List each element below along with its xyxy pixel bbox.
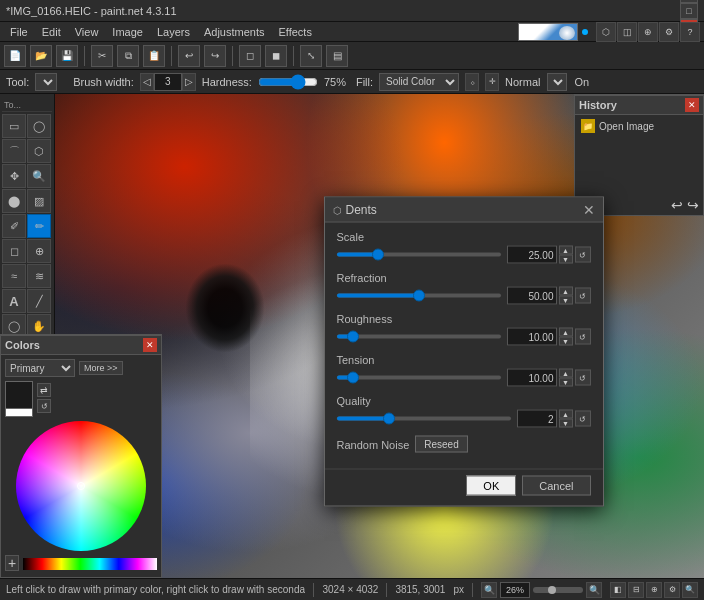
pencil-tool[interactable]: ✐ [2,214,26,238]
tension-slider[interactable] [337,376,501,380]
toolbar-icon-3[interactable]: ⊕ [638,22,658,42]
zoom-in-btn[interactable]: 🔍 [586,582,602,598]
roughness-slider[interactable] [337,335,501,339]
text-tool[interactable]: A [2,289,26,313]
toolbar-icon-4[interactable]: ⚙ [659,22,679,42]
brush-tool[interactable]: ✏ [27,214,51,238]
scale-slider[interactable] [337,253,501,257]
lasso-tool[interactable]: ⌒ [2,139,26,163]
quality-slider[interactable] [337,417,511,421]
magic-wand-tool[interactable]: ⬡ [27,139,51,163]
snap-btn[interactable]: ✛ [485,73,499,91]
refraction-value-input[interactable]: 50.00 [507,287,557,305]
gradient-tool[interactable]: ▨ [27,189,51,213]
tension-down-btn[interactable]: ▼ [559,378,573,387]
move-tool[interactable]: ✥ [2,164,26,188]
brush-width-decrease[interactable]: ◁ [140,73,154,91]
menu-edit[interactable]: Edit [36,25,67,39]
refraction-reset-btn[interactable]: ↺ [575,288,591,304]
roughness-down-btn[interactable]: ▼ [559,337,573,346]
scale-up-btn[interactable]: ▲ [559,246,573,255]
quality-up-btn[interactable]: ▲ [559,410,573,419]
bottom-icon-3[interactable]: ⊕ [646,582,662,598]
zoom-out-btn[interactable]: 🔍 [481,582,497,598]
toolbar-icon-2[interactable]: ◫ [617,22,637,42]
toolbar-icon-1[interactable]: ⬡ [596,22,616,42]
quality-value-input[interactable]: 2 [517,410,557,428]
tension-reset-btn[interactable]: ↺ [575,370,591,386]
deselect-btn[interactable]: ◻ [239,45,261,67]
menu-view[interactable]: View [69,25,105,39]
scale-down-btn[interactable]: ▼ [559,255,573,264]
bottom-icon-5[interactable]: 🔍 [682,582,698,598]
toolbar-icon-5[interactable]: ? [680,22,700,42]
eraser-tool[interactable]: ◻ [2,239,26,263]
cut-btn[interactable]: ✂ [91,45,113,67]
dents-close-button[interactable]: ✕ [583,202,595,218]
add-color-button[interactable]: + [5,555,19,571]
paint-bucket-tool[interactable]: ⬤ [2,189,26,213]
primary-color-swatch[interactable] [5,381,33,409]
selection-rect-tool[interactable]: ▭ [2,114,26,138]
menu-adjustments[interactable]: Adjustments [198,25,271,39]
swap-colors-icon[interactable]: ⇄ [37,383,51,397]
refraction-slider[interactable] [337,294,501,298]
hardness-slider[interactable] [258,75,318,89]
refraction-up-btn[interactable]: ▲ [559,287,573,296]
history-redo-nav[interactable]: ↪ [687,197,699,213]
quality-reset-btn[interactable]: ↺ [575,411,591,427]
blend-mode-selector[interactable] [547,73,567,91]
flatten-btn[interactable]: ▤ [326,45,348,67]
roughness-reset-btn[interactable]: ↺ [575,329,591,345]
color-type-selector[interactable]: Primary [5,359,75,377]
reset-colors-icon[interactable]: ↺ [37,399,51,413]
roughness-up-btn[interactable]: ▲ [559,328,573,337]
redo-btn[interactable]: ↪ [204,45,226,67]
invert-btn[interactable]: ◼ [265,45,287,67]
cancel-button[interactable]: Cancel [522,476,590,496]
paste-btn[interactable]: 📋 [143,45,165,67]
bottom-icon-4[interactable]: ⚙ [664,582,680,598]
menu-effects[interactable]: Effects [273,25,318,39]
menu-layers[interactable]: Layers [151,25,196,39]
tension-value-input[interactable]: 10.00 [507,369,557,387]
quality-down-btn[interactable]: ▼ [559,419,573,428]
new-btn[interactable]: 📄 [4,45,26,67]
brush-width-input[interactable]: 3 [154,73,182,91]
resize-btn[interactable]: ⤡ [300,45,322,67]
menu-image[interactable]: Image [106,25,149,39]
tool-selector[interactable]: ✏ [35,73,57,91]
refraction-down-btn[interactable]: ▼ [559,296,573,305]
roughness-value-input[interactable]: 10.00 [507,328,557,346]
scale-reset-btn[interactable]: ↺ [575,247,591,263]
fill-color-picker[interactable]: ⬦ [465,73,479,91]
brush-width-increase[interactable]: ▷ [182,73,196,91]
zoom-input[interactable]: 26% [500,582,530,598]
open-btn[interactable]: 📂 [30,45,52,67]
clone-stamp-tool[interactable]: ⊕ [27,239,51,263]
history-undo-nav[interactable]: ↩ [671,197,683,213]
ok-button[interactable]: OK [466,476,516,496]
bottom-icon-2[interactable]: ⊟ [628,582,644,598]
history-item-open-image[interactable]: 📁 Open Image [577,117,701,135]
color-gradient-bar[interactable] [23,558,157,570]
tension-up-btn[interactable]: ▲ [559,369,573,378]
reseed-button[interactable]: Reseed [415,436,467,453]
recolor-tool[interactable]: ≈ [2,264,26,288]
selection-ellipse-tool[interactable]: ◯ [27,114,51,138]
bottom-icon-1[interactable]: ◧ [610,582,626,598]
smudge-tool[interactable]: ≋ [27,264,51,288]
copy-btn[interactable]: ⧉ [117,45,139,67]
color-wheel-container[interactable] [16,421,146,551]
colors-close-button[interactable]: ✕ [143,338,157,352]
history-close-button[interactable]: ✕ [685,98,699,112]
zoom-slider[interactable] [533,587,583,593]
undo-btn[interactable]: ↩ [178,45,200,67]
color-wheel[interactable] [16,421,146,551]
line-tool[interactable]: ╱ [27,289,51,313]
maximize-button[interactable]: □ [680,3,698,19]
menu-file[interactable]: File [4,25,34,39]
zoom-tool[interactable]: 🔍 [27,164,51,188]
fill-selector[interactable]: Solid Color [379,73,459,91]
more-colors-button[interactable]: More >> [79,361,123,375]
